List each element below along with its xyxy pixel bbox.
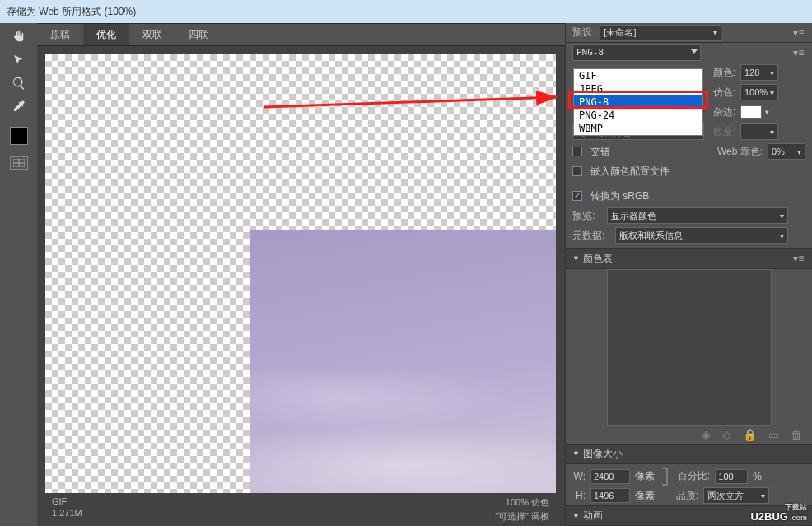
preset-menu-icon[interactable]: ▾≡ xyxy=(792,26,805,40)
metadata-select[interactable]: 版权和联系信息 xyxy=(615,227,788,244)
tab-2up[interactable]: 双联 xyxy=(129,24,175,45)
format-option-jpeg[interactable]: JPEG xyxy=(574,82,702,95)
animation-header[interactable]: ▼ 动画 xyxy=(566,505,812,526)
dither-label: 仿色: xyxy=(709,86,735,100)
canvas-area: GIF 1.271M 100% 仿色 "可选择" 调板 xyxy=(37,46,565,526)
percent-input[interactable]: 100 xyxy=(715,469,748,484)
ct-new-icon[interactable]: ▭ xyxy=(768,428,779,441)
tab-4up[interactable]: 四联 xyxy=(175,24,222,45)
width-label: W: xyxy=(572,471,586,482)
preview-label: 预览: xyxy=(572,209,602,223)
interlaced-label: 交错 xyxy=(590,145,610,159)
interlaced-checkbox[interactable] xyxy=(572,147,582,156)
tab-original[interactable]: 原稿 xyxy=(37,24,83,45)
format-option-png24[interactable]: PNG-24 xyxy=(574,109,702,122)
tab-optimized[interactable]: 优化 xyxy=(83,24,129,45)
format-option-png8[interactable]: PNG-8 xyxy=(574,95,702,109)
dither-amount-select[interactable]: 100% xyxy=(740,84,778,100)
file-format-select[interactable]: PNG-8 xyxy=(572,44,701,61)
width-unit: 像素 xyxy=(635,469,655,483)
matte-label: 杂边: xyxy=(709,105,735,119)
link-icon[interactable] xyxy=(658,465,673,488)
image-preview[interactable] xyxy=(45,54,556,511)
matte-color[interactable] xyxy=(740,105,762,119)
quality-select[interactable]: 两次立方 xyxy=(703,487,769,504)
format-option-wbmp[interactable]: WBMP xyxy=(574,122,702,135)
web-snap-select[interactable]: 0% xyxy=(768,143,805,160)
percent-unit: % xyxy=(753,471,762,482)
status-dither: 100% 仿色 xyxy=(506,496,549,509)
embed-profile-label: 嵌入颜色配置文件 xyxy=(590,165,670,179)
preview-tabs: 原稿 优化 双联 四联 xyxy=(37,23,565,46)
zoom-tool[interactable] xyxy=(7,74,30,92)
height-unit: 像素 xyxy=(635,489,655,503)
ct-trash-icon[interactable]: 🗑 xyxy=(791,428,802,441)
status-palette: "可选择" 调板 xyxy=(495,510,549,523)
ct-lock-icon[interactable]: 🔒 xyxy=(743,428,757,441)
web-snap-label: Web 靠色: xyxy=(717,145,763,159)
status-filesize: 1.271M xyxy=(52,508,82,518)
preset-select[interactable]: [未命名] xyxy=(600,25,721,41)
chevron-down-icon: ▼ xyxy=(572,254,580,263)
width-input[interactable]: 2400 xyxy=(590,469,630,484)
ct-snap-icon[interactable]: ◈ xyxy=(702,428,711,441)
percent-label: 百分比: xyxy=(678,469,710,483)
colortable-menu-icon[interactable]: ▾≡ xyxy=(792,252,805,265)
ct-transparency-icon[interactable]: ◇ xyxy=(722,428,731,441)
format-option-gif[interactable]: GIF xyxy=(574,69,702,82)
preview-select[interactable]: 显示器颜色 xyxy=(607,207,788,224)
convert-srgb-checkbox[interactable] xyxy=(572,191,582,201)
colors-label: 颜色: xyxy=(709,66,735,80)
colors-select[interactable]: 128 xyxy=(740,64,778,81)
status-format: GIF xyxy=(52,496,82,506)
toggle-slices-visibility[interactable] xyxy=(10,156,28,170)
colortable-grid[interactable] xyxy=(607,269,772,426)
chevron-down-icon: ▼ xyxy=(572,512,580,520)
hand-tool[interactable] xyxy=(7,28,30,46)
window-title-bar: 存储为 Web 所用格式 (100%) xyxy=(0,0,812,23)
chevron-down-icon: ▼ xyxy=(572,449,580,458)
amount-select xyxy=(740,123,778,140)
format-dropdown: GIF JPEG PNG-8 PNG-24 WBMP xyxy=(573,68,703,136)
convert-srgb-label: 转换为 sRGB xyxy=(590,189,649,203)
height-label: H: xyxy=(572,490,586,501)
left-toolbar xyxy=(0,23,37,526)
embed-profile-checkbox[interactable] xyxy=(572,166,582,176)
colortable-toolbar: ◈ ◇ 🔒 ▭ 🗑 xyxy=(566,426,812,444)
eyedropper-tool[interactable] xyxy=(7,97,30,115)
amount-label: 数量: xyxy=(709,125,735,139)
window-title: 存储为 Web 所用格式 (100%) xyxy=(7,5,136,19)
preview-status-bar: GIF 1.271M 100% 仿色 "可选择" 调板 xyxy=(45,493,556,526)
colortable-header[interactable]: ▼ 颜色表 ▾≡ xyxy=(566,249,812,269)
slice-select-tool[interactable] xyxy=(7,51,30,69)
height-input[interactable]: 1496 xyxy=(590,488,630,503)
preset-label: 预设: xyxy=(572,26,595,40)
eyedropper-color-swatch[interactable] xyxy=(10,127,28,145)
image-content xyxy=(250,230,556,511)
metadata-label: 元数据: xyxy=(572,229,610,243)
imagesize-header[interactable]: ▼ 图像大小 xyxy=(566,444,812,464)
quality-label: 品质: xyxy=(676,489,698,503)
colortable-body xyxy=(566,269,812,426)
optimize-menu-icon[interactable]: ▾≡ xyxy=(792,46,805,59)
